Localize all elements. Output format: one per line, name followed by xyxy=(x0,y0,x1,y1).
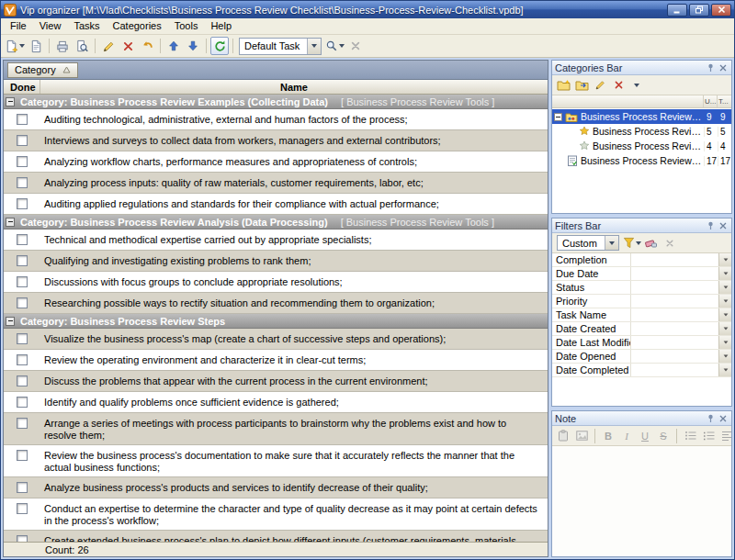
collapse-icon[interactable] xyxy=(6,218,15,227)
filter-value[interactable] xyxy=(631,295,731,308)
pin-icon[interactable] xyxy=(705,413,717,424)
task-name[interactable]: Discussions with focus groups to conclud… xyxy=(40,272,548,291)
filter-dropdown-icon[interactable] xyxy=(718,308,731,321)
category-row[interactable]: Category: Business Process Review Analys… xyxy=(4,215,548,230)
task-checkbox[interactable] xyxy=(17,234,28,245)
column-header-name[interactable]: Name xyxy=(40,80,548,94)
note-content[interactable] xyxy=(552,446,731,556)
task-row[interactable]: Visualize the business process's map (cr… xyxy=(4,329,548,350)
new-subcategory-button[interactable] xyxy=(573,77,590,94)
group-by-category-chip[interactable]: Category xyxy=(7,62,78,78)
filter-dropdown-icon[interactable] xyxy=(718,267,731,280)
new-task-dropdown-icon[interactable] xyxy=(19,44,25,48)
search-dropdown-icon[interactable] xyxy=(339,44,345,48)
refresh-button[interactable] xyxy=(210,37,229,55)
delete-category-button[interactable] xyxy=(610,77,627,94)
task-row[interactable]: Researching possible ways to rectify sit… xyxy=(4,293,548,314)
task-name[interactable]: Identify and qualify problems once suffi… xyxy=(40,392,548,411)
task-row[interactable]: Technical and methodical expertise carri… xyxy=(4,230,548,251)
restore-button[interactable] xyxy=(689,4,709,17)
task-name[interactable]: Create extended business process's plan … xyxy=(40,531,548,542)
new-category-button[interactable] xyxy=(555,77,571,94)
filter-value[interactable] xyxy=(631,350,731,363)
task-name[interactable]: Auditing technological, administrative, … xyxy=(40,109,548,129)
strikethrough-icon[interactable]: S xyxy=(655,428,672,444)
task-checkbox[interactable] xyxy=(17,135,28,146)
italic-icon[interactable]: I xyxy=(618,428,635,444)
task-row[interactable]: Analyzing process inputs: quality of raw… xyxy=(4,173,548,194)
align-left-icon[interactable] xyxy=(718,428,732,444)
filter-dropdown-icon[interactable] xyxy=(636,241,641,245)
move-down-button[interactable] xyxy=(184,37,202,55)
collapse-icon[interactable] xyxy=(554,113,562,121)
task-name[interactable]: Discuss the problems that appear with th… xyxy=(40,371,548,390)
task-name[interactable]: Technical and methodical expertise carri… xyxy=(40,230,548,249)
bold-icon[interactable]: B xyxy=(600,428,616,444)
delete-task-button[interactable] xyxy=(119,37,137,55)
print-button[interactable] xyxy=(53,37,72,55)
combo-dropdown-icon[interactable] xyxy=(307,39,321,54)
paste-icon[interactable] xyxy=(555,428,571,444)
filter-value[interactable] xyxy=(631,308,731,321)
task-name[interactable]: Researching possible ways to rectify sit… xyxy=(40,293,548,312)
filter-value[interactable] xyxy=(631,364,731,376)
remove-filter-button[interactable] xyxy=(662,235,678,252)
menu-item-view[interactable]: View xyxy=(33,18,68,34)
task-row[interactable]: Auditing technological, administrative, … xyxy=(4,109,548,130)
tree-item[interactable]: Business Process Review Analysis (Data P… xyxy=(552,139,731,153)
category-row[interactable]: Category: Business Process Review Steps xyxy=(4,314,548,329)
close-panel-icon[interactable] xyxy=(717,62,729,73)
task-name[interactable]: Analyzing process inputs: quality of raw… xyxy=(40,173,548,192)
categories-more-dropdown-icon[interactable] xyxy=(628,77,645,94)
close-panel-icon[interactable] xyxy=(717,413,729,424)
task-row[interactable]: Auditing applied regulations and standar… xyxy=(4,194,548,215)
new-task-button[interactable] xyxy=(4,37,26,55)
task-name[interactable]: Review the operating environment and cha… xyxy=(40,350,548,369)
task-checkbox[interactable] xyxy=(17,418,28,429)
filter-dropdown-icon[interactable] xyxy=(718,336,731,349)
filter-dropdown-icon[interactable] xyxy=(718,364,731,376)
filter-preset-combo[interactable]: Custom xyxy=(557,235,619,251)
filter-dropdown-icon[interactable] xyxy=(718,295,731,308)
task-name[interactable]: Visualize the business process's map (cr… xyxy=(40,329,548,348)
task-row[interactable]: Discuss the problems that appear with th… xyxy=(4,371,548,392)
task-row[interactable]: Identify and qualify problems once suffi… xyxy=(4,392,548,413)
task-checkbox[interactable] xyxy=(17,482,28,493)
undo-button[interactable] xyxy=(138,37,156,55)
tree-item[interactable]: Business Process Review Tools99 xyxy=(552,109,731,124)
tree-column-name[interactable] xyxy=(552,95,704,107)
task-checkbox[interactable] xyxy=(17,535,28,542)
task-row[interactable]: Arrange a series of meetings with proces… xyxy=(4,413,548,445)
filter-dropdown-icon[interactable] xyxy=(718,322,731,335)
task-name[interactable]: Interviews and surveys to collect data f… xyxy=(40,130,548,150)
column-header-done[interactable]: Done xyxy=(4,80,40,94)
task-checkbox[interactable] xyxy=(17,114,28,125)
minimize-button[interactable] xyxy=(667,4,687,17)
close-panel-icon[interactable] xyxy=(717,220,729,231)
task-name[interactable]: Analyze business process's products and … xyxy=(40,477,548,497)
task-checkbox[interactable] xyxy=(17,397,28,408)
default-task-combo[interactable]: Default Task xyxy=(239,38,322,55)
task-row[interactable]: Conduct an expertise to determine the ch… xyxy=(4,498,548,531)
task-name[interactable]: Analyzing workflow charts, performance m… xyxy=(40,151,548,171)
pin-icon[interactable] xyxy=(705,220,717,231)
menu-item-tasks[interactable]: Tasks xyxy=(67,18,106,34)
edit-filter-button[interactable] xyxy=(623,235,641,252)
filter-value[interactable] xyxy=(631,336,731,349)
task-checkbox[interactable] xyxy=(17,255,28,266)
task-checkbox[interactable] xyxy=(17,198,28,209)
tree-column-uncompleted[interactable]: U... xyxy=(704,95,718,107)
task-name[interactable]: Auditing applied regulations and standar… xyxy=(40,194,548,213)
task-row[interactable]: Review the operating environment and cha… xyxy=(4,350,548,371)
menu-item-file[interactable]: File xyxy=(4,18,33,34)
underline-icon[interactable]: U xyxy=(637,428,653,444)
task-row[interactable]: Analyzing workflow charts, performance m… xyxy=(4,151,548,173)
task-checkbox[interactable] xyxy=(17,375,28,386)
edit-category-button[interactable] xyxy=(592,77,608,94)
category-row[interactable]: Category: Business Process Review Exampl… xyxy=(4,95,548,109)
collapse-icon[interactable] xyxy=(6,97,15,106)
task-checkbox[interactable] xyxy=(17,297,28,308)
task-name[interactable]: Review the business process's documentat… xyxy=(40,445,548,476)
task-row[interactable]: Review the business process's documentat… xyxy=(4,445,548,477)
filter-dropdown-icon[interactable] xyxy=(718,281,731,294)
